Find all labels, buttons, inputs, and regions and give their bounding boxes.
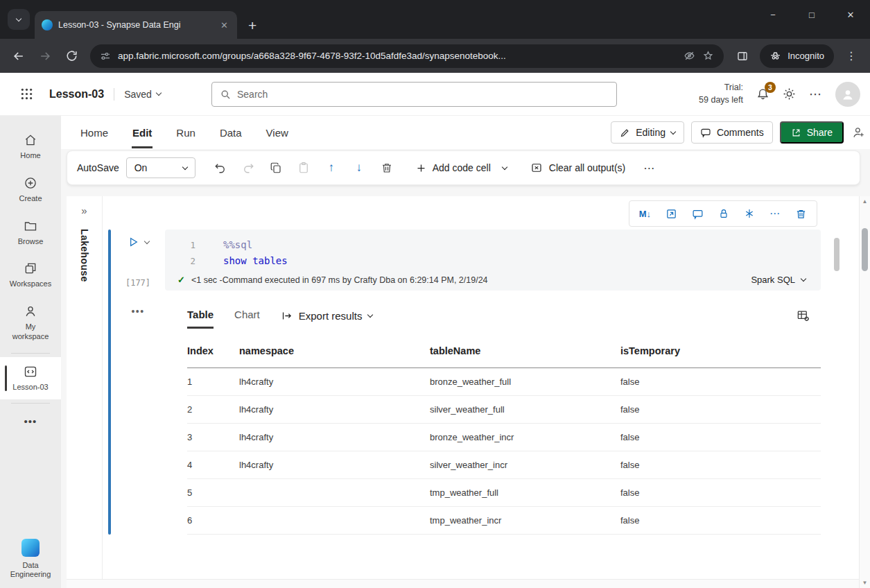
lock-cell-icon[interactable] (718, 208, 729, 219)
tab-data[interactable]: Data (219, 117, 243, 148)
lakehouse-panel-collapsed: » Lakehouse (67, 196, 103, 588)
horizontal-scrollbar[interactable] (67, 579, 859, 588)
sidebar-item-home[interactable]: Home (0, 126, 61, 168)
tab-view[interactable]: View (266, 117, 289, 148)
column-header[interactable]: namespace (239, 340, 430, 368)
delete-cell-trash-icon[interactable] (795, 208, 807, 220)
tab-title: Lesson-03 - Synapse Data Engi (58, 20, 213, 30)
column-header[interactable]: tableName (430, 340, 620, 368)
results-tab-table[interactable]: Table (187, 309, 214, 329)
site-settings-icon[interactable] (100, 51, 111, 62)
bookmark-star-icon[interactable] (702, 50, 714, 62)
inner-scrollbar-thumb[interactable] (834, 238, 839, 271)
forward-icon[interactable] (33, 44, 57, 68)
back-icon[interactable] (7, 44, 31, 68)
browser-menu-icon[interactable]: ⋮ (839, 44, 863, 68)
copy-icon[interactable] (262, 155, 290, 180)
table-row: 4 lh4crafty silver_weather_incr false (187, 451, 821, 479)
reload-icon[interactable] (60, 44, 83, 68)
notebook-title[interactable]: Lesson-03 (49, 88, 104, 101)
cell-namespace: lh4crafty (239, 451, 430, 479)
sidebar-item-browse[interactable]: Browse (0, 211, 61, 254)
comments-button[interactable]: Comments (691, 121, 773, 144)
search-input[interactable] (237, 89, 608, 100)
markdown-icon[interactable]: M↓ (639, 209, 651, 219)
sidebar-item-workspaces[interactable]: Workspaces (0, 254, 61, 297)
cell-more-icon[interactable]: ⋯ (769, 207, 781, 220)
collaborators-icon[interactable] (852, 126, 866, 139)
global-search[interactable] (211, 82, 617, 107)
app-launcher-icon[interactable] (21, 88, 33, 100)
app-body: Home Create Browse Workspaces (0, 116, 870, 588)
language-selector[interactable]: Spark SQL (751, 275, 808, 285)
run-cell-icon[interactable] (128, 236, 139, 248)
tab-home[interactable]: Home (80, 117, 109, 148)
divider (114, 88, 114, 101)
save-status-label: Saved (124, 89, 152, 100)
results-tab-chart[interactable]: Chart (234, 309, 260, 329)
cell-comment-icon[interactable] (692, 208, 704, 220)
share-button[interactable]: Share (780, 121, 844, 144)
notifications-bell-icon[interactable]: 3 (756, 87, 769, 101)
window-close-button[interactable]: ✕ (831, 0, 870, 29)
scroll-up-icon[interactable]: ▲ (862, 198, 868, 205)
collapse-output-icon[interactable]: ••• (131, 306, 144, 317)
cell-namespace (239, 507, 430, 535)
sidebar-item-lesson-03[interactable]: Lesson-03 (0, 357, 61, 400)
delete-cell-icon[interactable] (373, 155, 401, 180)
move-cell-up-icon[interactable]: ↑ (317, 155, 345, 180)
sidebar-more-icon[interactable]: ••• (24, 407, 37, 435)
settings-gear-icon[interactable] (783, 87, 796, 101)
editing-mode-button[interactable]: Editing (611, 121, 684, 144)
scroll-down-icon[interactable]: ▼ (862, 580, 868, 586)
sidebar-item-data-engineering[interactable]: Data Engineering (6, 539, 55, 588)
sidebar-item-label: Home (20, 151, 40, 161)
tab-edit[interactable]: Edit (132, 117, 153, 148)
cell-istemporary: false (620, 507, 821, 535)
move-to-canvas-icon[interactable] (665, 208, 677, 220)
undo-icon[interactable] (207, 155, 234, 180)
expand-panel-icon[interactable]: » (81, 205, 87, 216)
window-minimize-button[interactable]: − (754, 0, 792, 29)
paste-icon[interactable] (290, 155, 317, 180)
eye-off-icon[interactable] (684, 50, 695, 62)
sidebar-item-create[interactable]: Create (0, 168, 61, 211)
account-avatar[interactable] (835, 82, 860, 107)
tab-run[interactable]: Run (175, 117, 196, 148)
run-options-chevron-icon[interactable] (143, 238, 149, 243)
folder-icon (24, 219, 37, 233)
code-editor[interactable]: 1 %%sql 2 show tables ✓ <1 sec -Command … (165, 230, 821, 291)
cell-index: 2 (187, 396, 239, 424)
address-bar[interactable]: app.fabric.microsoft.com/groups/a668a328… (90, 44, 724, 68)
lakehouse-label[interactable]: Lakehouse (79, 229, 90, 282)
pencil-icon (620, 128, 630, 138)
toolbar-more-icon[interactable]: ⋯ (643, 162, 655, 175)
table-settings-icon[interactable] (797, 309, 810, 329)
column-header[interactable]: Index (187, 340, 239, 368)
tab-search-button[interactable] (8, 9, 30, 30)
new-tab-button[interactable]: + (248, 18, 256, 33)
tab-close-icon[interactable]: ✕ (218, 20, 230, 31)
code-line: 1 %%sql (177, 237, 808, 253)
workspaces-icon (24, 261, 37, 275)
redo-icon[interactable] (234, 155, 262, 180)
export-results-button[interactable]: Export results (281, 310, 373, 328)
plus-icon (416, 163, 426, 173)
save-status-dropdown[interactable]: Saved (124, 89, 161, 100)
browser-tab[interactable]: Lesson-03 - Synapse Data Engi ✕ (35, 11, 237, 39)
column-header[interactable]: isTemporary (620, 340, 821, 368)
window-maximize-button[interactable]: □ (792, 0, 831, 29)
add-code-cell-button[interactable]: Add code cell (416, 162, 507, 173)
divider (11, 403, 50, 404)
scrollbar-thumb[interactable] (862, 228, 868, 271)
autosave-select[interactable]: On (126, 157, 195, 178)
header-more-icon[interactable]: ⋯ (809, 87, 822, 102)
side-panel-icon[interactable] (731, 44, 754, 68)
move-cell-down-icon[interactable]: ↓ (345, 155, 373, 180)
vertical-scrollbar[interactable]: ▲ ▼ (859, 196, 870, 588)
success-check-icon: ✓ (177, 275, 185, 285)
clear-all-outputs-button[interactable]: Clear all output(s) (530, 162, 626, 174)
freeze-cell-icon[interactable] (744, 208, 755, 219)
clear-output-icon (530, 162, 543, 174)
sidebar-item-my-workspace[interactable]: My workspace (0, 297, 61, 349)
